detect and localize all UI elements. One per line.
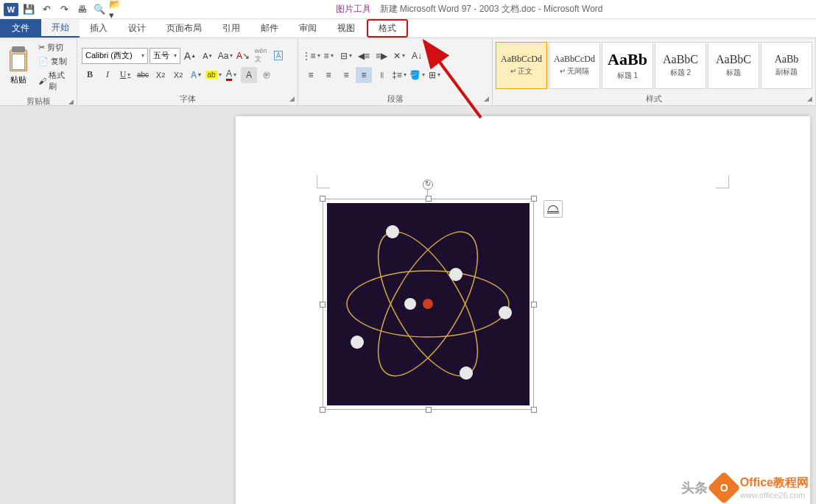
align-left-button[interactable]: ≡ [303, 67, 319, 83]
paragraph-launcher-icon[interactable]: ◢ [484, 95, 489, 102]
tab-review[interactable]: 审阅 [289, 19, 327, 38]
strike-button[interactable]: abc [135, 67, 151, 83]
bold-button[interactable]: B [82, 67, 98, 83]
tab-format[interactable]: 格式 [367, 19, 408, 38]
resize-handle-tl[interactable] [320, 196, 326, 202]
quick-print-icon[interactable]: 🖶 [74, 1, 90, 18]
word-app-icon[interactable]: W [3, 1, 19, 18]
document-page[interactable] [236, 116, 810, 504]
paste-button[interactable]: 粘贴 [3, 48, 34, 87]
tab-design[interactable]: 设计 [118, 19, 156, 38]
format-painter-button[interactable]: 🖌格式刷 [37, 69, 74, 93]
font-launcher-icon[interactable]: ◢ [289, 95, 295, 102]
text-effect-button[interactable]: A [188, 67, 204, 83]
redo-icon[interactable]: ↷ [56, 1, 72, 18]
cut-button[interactable]: ✂剪切 [37, 41, 74, 54]
atom-image-content [327, 203, 530, 405]
style-gallery: AaBbCcDd↵ 正文AaBbCcDd↵ 无间隔AaBb标题 1AaBbC标题… [496, 42, 812, 89]
group-font: Calibri (西文)▾ 五号▾ A▲ A▼ Aa A↘ wén文 A B I… [77, 38, 298, 105]
show-marks-button[interactable]: ¶ [426, 48, 443, 64]
picture-tools-label: 图片工具 [336, 3, 371, 15]
document-title: 新建 Microsoft Word 97 - 2003 文档.doc - Mic… [380, 3, 603, 15]
increase-indent-button[interactable]: ≡▶ [373, 48, 390, 64]
style-item-1[interactable]: AaBbCcDd↵ 无间隔 [549, 42, 600, 89]
svg-point-6 [423, 299, 433, 309]
tab-view[interactable]: 视图 [327, 19, 365, 38]
highlight-button[interactable]: ab [205, 67, 222, 83]
watermark-url: www.office26.com [740, 491, 809, 500]
numbering-button[interactable]: ≡ [320, 48, 337, 64]
resize-handle-ml[interactable] [320, 302, 326, 308]
clear-format-button[interactable]: A↘ [235, 48, 251, 64]
tab-layout[interactable]: 页面布局 [156, 19, 212, 38]
borders-button[interactable]: ⊞ [426, 67, 443, 83]
ribbon-tabs: 文件 开始 插入 设计 页面布局 引用 邮件 审阅 视图 格式 [0, 19, 816, 38]
italic-button[interactable]: I [99, 67, 116, 83]
watermark: 头条 O Office教程网 www.office26.com [681, 475, 809, 500]
selected-image[interactable] [323, 199, 534, 410]
resize-handle-bl[interactable] [320, 407, 326, 413]
enclose-char-button[interactable]: ㊥ [258, 67, 275, 83]
scissors-icon: ✂ [38, 43, 45, 52]
bullets-button[interactable]: ⋮≡ [303, 48, 319, 64]
styles-launcher-icon[interactable]: ◢ [807, 95, 812, 102]
resize-handle-bm[interactable] [426, 407, 432, 413]
svg-point-9 [386, 225, 399, 238]
margin-marker-icon [317, 175, 330, 188]
print-preview-icon[interactable]: 🔍 [91, 1, 108, 18]
font-color-button[interactable]: A [223, 67, 239, 83]
underline-button[interactable]: U [117, 67, 133, 83]
subscript-button[interactable]: X2 [152, 67, 169, 83]
resize-handle-mr[interactable] [531, 302, 537, 308]
style-item-2[interactable]: AaBb标题 1 [602, 42, 653, 89]
shrink-font-button[interactable]: A▼ [200, 48, 216, 64]
rotation-handle[interactable] [423, 180, 433, 190]
align-center-button[interactable]: ≡ [320, 67, 337, 83]
superscript-button[interactable]: X2 [170, 67, 186, 83]
layout-options-button[interactable] [544, 200, 563, 218]
svg-point-7 [404, 298, 416, 310]
justify-button[interactable]: ≡ [356, 67, 372, 83]
copy-icon: 📄 [38, 57, 49, 66]
svg-point-8 [499, 306, 512, 319]
distribute-button[interactable]: ⫴ [373, 67, 390, 83]
phonetic-button[interactable]: wén文 [253, 48, 269, 64]
tab-home[interactable]: 开始 [41, 19, 80, 38]
line-spacing-button[interactable]: ‡≡ [391, 67, 407, 83]
svg-point-12 [449, 268, 462, 281]
watermark-office-icon: O [707, 471, 740, 504]
resize-handle-tr[interactable] [531, 196, 537, 202]
font-name-combo[interactable]: Calibri (西文)▾ [82, 48, 148, 64]
save-icon[interactable]: 💾 [21, 1, 37, 18]
multilevel-button[interactable]: ⊟ [338, 48, 354, 64]
align-right-button[interactable]: ≡ [338, 67, 354, 83]
sort-button[interactable]: A↓ [409, 48, 425, 64]
tab-file[interactable]: 文件 [0, 19, 41, 38]
grow-font-button[interactable]: A▲ [182, 48, 198, 64]
watermark-title: Office教程网 [740, 475, 809, 491]
decrease-indent-button[interactable]: ◀≡ [356, 48, 372, 64]
char-border-button[interactable]: A [270, 48, 286, 64]
asian-layout-button[interactable]: ✕ [391, 48, 407, 64]
style-item-5[interactable]: AaBb副标题 [761, 42, 812, 89]
tab-references[interactable]: 引用 [212, 19, 250, 38]
font-size-combo[interactable]: 五号▾ [150, 48, 180, 64]
brush-icon: 🖌 [38, 77, 46, 85]
tab-insert[interactable]: 插入 [80, 19, 118, 38]
clipboard-launcher-icon[interactable]: ◢ [68, 98, 74, 105]
shading-button[interactable]: 🪣 [409, 67, 425, 83]
style-item-3[interactable]: AaBbC标题 2 [655, 42, 706, 89]
style-item-0[interactable]: AaBbCcDd↵ 正文 [496, 42, 547, 89]
tab-mailings[interactable]: 邮件 [250, 19, 289, 38]
resize-handle-br[interactable] [531, 407, 537, 413]
change-case-button[interactable]: Aa [217, 48, 233, 64]
undo-icon[interactable]: ↶ [38, 1, 54, 18]
svg-point-11 [351, 336, 364, 349]
style-item-4[interactable]: AaBbC标题 [708, 42, 759, 89]
group-styles: AaBbCcDd↵ 正文AaBbCcDd↵ 无间隔AaBb标题 1AaBbC标题… [493, 38, 816, 105]
copy-button[interactable]: 📄复制 [37, 55, 74, 68]
char-shading-button[interactable]: A [241, 67, 257, 83]
resize-handle-tm[interactable] [426, 196, 432, 202]
clipboard-group-label: 剪贴板 [27, 96, 51, 107]
open-icon[interactable]: 📂▾ [109, 1, 125, 18]
